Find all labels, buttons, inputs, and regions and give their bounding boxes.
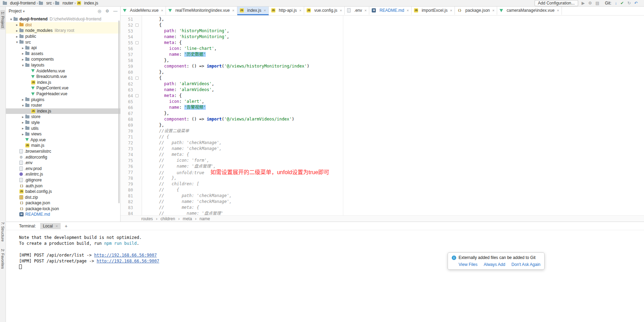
line-number[interactable]: 66	[121, 105, 133, 110]
tree-item[interactable]: index.js	[6, 80, 120, 86]
code-line[interactable]: name: 'alarmVideos',	[144, 87, 644, 93]
tree-item[interactable]: duoji-frontendD:\zheheWeb\duoji-frontend	[6, 16, 120, 22]
code-line[interactable]: },	[144, 16, 644, 22]
tree-item[interactable]: .browserslistrc	[6, 149, 120, 154]
notification-link[interactable]: Don't Ask Again	[511, 262, 540, 267]
project-view-selector[interactable]: Project	[9, 9, 25, 14]
tree-item[interactable]: main.js	[6, 143, 120, 149]
line-number[interactable]: 54	[121, 35, 133, 39]
code-line[interactable]: // unfold:true如需设置展开的二级菜单，unfold设置为true即…	[144, 169, 644, 175]
code-line[interactable]: //设置二级菜单	[144, 128, 644, 134]
line-number[interactable]: 69	[121, 123, 133, 128]
close-icon[interactable]	[364, 8, 367, 12]
chevron-closed-icon[interactable]	[20, 57, 25, 61]
tool-button-favorites[interactable]: 2: Favorites	[0, 247, 5, 270]
editor-tab[interactable]: cameraManage\index.vue	[497, 7, 562, 15]
chevron-closed-icon[interactable]	[20, 98, 25, 101]
fold-icon[interactable]	[135, 94, 139, 97]
line-number[interactable]: 64	[121, 93, 133, 98]
code-area[interactable]: }, { path: 'historyMonitoring', name: 'h…	[142, 16, 644, 215]
breadcrumb-item[interactable]: router	[55, 1, 73, 6]
tree-item[interactable]: router	[6, 102, 120, 108]
notification-link[interactable]: Always Add	[484, 262, 505, 267]
chevron-closed-icon[interactable]	[20, 52, 25, 55]
breadcrumb-item[interactable]: name	[200, 216, 210, 221]
line-number[interactable]: 75	[121, 158, 133, 163]
code-line[interactable]: name: 'historyMonitoring',	[144, 34, 644, 40]
breadcrumb-item[interactable]: children	[160, 216, 175, 221]
line-number[interactable]: 57	[121, 52, 133, 57]
chevron-closed-icon[interactable]	[20, 132, 25, 136]
close-icon[interactable]	[340, 8, 342, 12]
chevron-closed-icon[interactable]	[20, 126, 25, 130]
breadcrumb-item[interactable]: src	[39, 1, 52, 6]
tree-item[interactable]: package.json	[6, 200, 120, 206]
editor-tab[interactable]: index.js	[237, 7, 269, 15]
tree-item[interactable]: assets	[6, 51, 120, 57]
editor-tab[interactable]: realTimeMonitoring\index.vue	[166, 7, 237, 15]
line-number[interactable]: 52	[121, 23, 133, 28]
locate-file-icon[interactable]	[98, 9, 101, 14]
git-rollback-icon[interactable]	[634, 1, 638, 5]
close-icon[interactable]	[557, 8, 559, 12]
line-number[interactable]: 80	[121, 188, 133, 193]
line-number[interactable]: 71	[121, 135, 133, 140]
close-icon[interactable]	[492, 8, 494, 12]
editor-tab[interactable]: AsideMenu.vue	[121, 7, 166, 15]
close-icon[interactable]	[232, 8, 234, 12]
editor-tab[interactable]: package.json	[455, 7, 497, 15]
code-line[interactable]: // name: '盘点管理'	[144, 211, 644, 215]
chevron-closed-icon[interactable]	[15, 29, 19, 33]
tree-item[interactable]: .eslintrc.js	[6, 171, 120, 177]
editor-tab[interactable]: vue.config.js	[304, 7, 345, 15]
code-line[interactable]: },	[144, 69, 644, 75]
tree-item[interactable]: Breadcrumb.vue	[6, 74, 120, 80]
coverage-icon[interactable]	[596, 1, 599, 5]
code-line[interactable]: // children: [	[144, 181, 644, 187]
chevron-closed-icon[interactable]	[20, 46, 25, 50]
chevron-open-icon[interactable]	[9, 17, 14, 21]
code-line[interactable]: path: 'alarmVideos',	[144, 81, 644, 87]
close-icon[interactable]	[161, 8, 163, 12]
line-number[interactable]: 83	[121, 205, 133, 210]
fold-icon[interactable]	[135, 41, 139, 44]
tree-item[interactable]: dist.zip	[6, 194, 120, 200]
line-number[interactable]: 61	[121, 76, 133, 81]
code-line[interactable]: path: 'historyMonitoring',	[144, 28, 644, 34]
line-number[interactable]: 81	[121, 194, 133, 198]
notification-link[interactable]: View Files	[459, 262, 477, 267]
code-line[interactable]: icon: 'alert',	[144, 99, 644, 105]
close-icon[interactable]	[407, 8, 409, 12]
tree-item[interactable]: .editorconfig	[6, 154, 120, 160]
breadcrumb-item[interactable]: index.js	[77, 1, 98, 6]
code-line[interactable]: name: '告警视频'	[144, 105, 644, 110]
code-line[interactable]: {	[144, 75, 644, 81]
breadcrumb-item[interactable]: duoji-frontend	[3, 1, 35, 6]
terminal-link[interactable]: http://192.168.66.56:9007	[94, 253, 157, 258]
tree-item[interactable]: views	[6, 131, 120, 137]
line-number[interactable]: 51	[121, 17, 133, 22]
gear-icon[interactable]	[105, 9, 109, 14]
line-number[interactable]: 79	[121, 182, 133, 187]
tool-button-project[interactable]: 1: Project	[0, 10, 5, 29]
tree-item[interactable]: index.js	[6, 108, 120, 114]
code-editor[interactable]: 5152535455565758596061626364656667686970…	[121, 16, 644, 215]
tree-item[interactable]: App.vue	[6, 137, 120, 143]
code-line[interactable]: // path: 'checkManage',	[144, 193, 644, 199]
chevron-open-icon[interactable]	[15, 40, 19, 44]
code-line[interactable]: {	[144, 22, 644, 28]
code-line[interactable]: // path: 'checkManage',	[144, 140, 644, 146]
run-icon[interactable]	[582, 1, 585, 5]
git-commit-icon[interactable]	[620, 1, 624, 5]
tree-item[interactable]: components	[6, 56, 120, 62]
line-number[interactable]: 82	[121, 199, 133, 204]
tree-item[interactable]: api	[6, 45, 120, 51]
editor-tab[interactable]: .env	[345, 7, 369, 15]
editor-tab[interactable]: README.md	[369, 7, 412, 15]
tree-item[interactable]: .env	[6, 160, 120, 166]
tree-item[interactable]: .gitignore	[6, 177, 120, 183]
code-line[interactable]: component: () => import('@/views/alarmVi…	[144, 116, 644, 122]
fold-icon[interactable]	[135, 24, 139, 27]
code-line[interactable]: icon: 'line-chart',	[144, 46, 644, 52]
line-number[interactable]: 56	[121, 46, 133, 51]
